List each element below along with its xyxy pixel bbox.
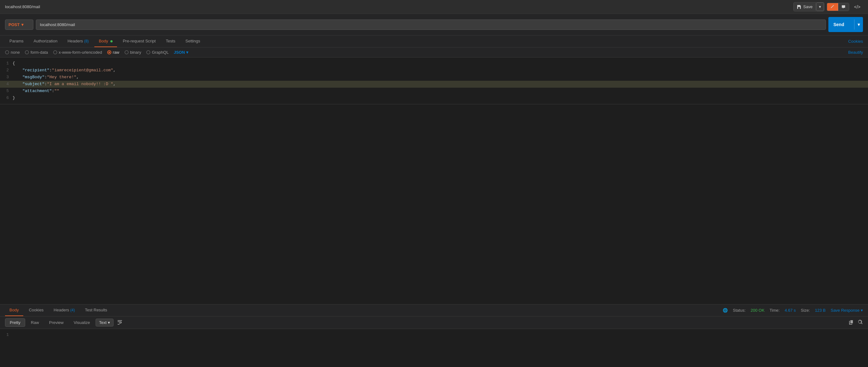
tab-headers[interactable]: Headers (8)	[63, 35, 93, 47]
copy-icon[interactable]	[849, 320, 854, 326]
response-area: Body Cookies Headers (4) Test Results 🌐	[0, 304, 868, 367]
radio-raw	[107, 50, 111, 54]
response-view-actions	[849, 320, 863, 326]
code-line-2: 2 "recipient":"iamreceipient@gmail.com",	[0, 67, 868, 74]
body-active-dot	[111, 40, 113, 42]
editor-section: 1 { 2 "recipient":"iamreceipient@gmail.c…	[0, 58, 868, 367]
tab-authorization[interactable]: Authorization	[29, 35, 62, 47]
save-response-dropdown-icon: ▾	[861, 308, 863, 313]
save-icon	[797, 5, 801, 9]
response-tab-body[interactable]: Body	[5, 304, 23, 316]
view-tab-raw[interactable]: Raw	[26, 319, 43, 327]
request-body-editor[interactable]: 1 { 2 "recipient":"iamreceipient@gmail.c…	[0, 58, 868, 104]
url-input[interactable]	[36, 20, 826, 30]
code-line-6: 6 }	[0, 95, 868, 101]
window-title: localhost:8080/mail	[5, 4, 40, 9]
radio-binary	[125, 50, 129, 54]
response-status: 🌐 Status: 200 OK Time: 4.67 s Size: 123 …	[723, 308, 863, 313]
radio-none	[5, 50, 9, 54]
response-view-bar: Pretty Raw Preview Visualize Text ▾	[0, 316, 868, 329]
response-tab-cookies[interactable]: Cookies	[25, 304, 48, 316]
response-line-1: 1	[0, 332, 868, 338]
title-bar-actions: Save ▾ </>	[794, 2, 863, 11]
code-line-1: 1 {	[0, 60, 868, 67]
request-bar: POST ▾ Send ▾	[0, 14, 868, 35]
tab-body[interactable]: Body	[94, 35, 117, 47]
request-tabs: Params Authorization Headers (8) Body Pr…	[5, 35, 205, 47]
json-selector[interactable]: JSON ▾	[174, 50, 188, 55]
code-view-button[interactable]: </>	[851, 3, 863, 11]
comment-icon	[841, 5, 846, 9]
send-button[interactable]: Send ▾	[828, 17, 863, 32]
method-dropdown-icon: ▾	[21, 22, 24, 27]
code-line-5: 5 "attachment":""	[0, 88, 868, 95]
option-none[interactable]: none	[5, 50, 20, 55]
pencil-icon	[830, 5, 835, 9]
text-format-selector[interactable]: Text ▾	[96, 319, 114, 327]
option-raw[interactable]: raw	[107, 50, 120, 55]
status-label: Status:	[733, 308, 745, 313]
response-tabs-bar: Body Cookies Headers (4) Test Results 🌐	[0, 304, 868, 316]
comment-icon-button[interactable]	[838, 3, 849, 11]
time-label: Time:	[770, 308, 780, 313]
body-type-bar: none form-data x-www-form-urlencoded raw…	[0, 47, 868, 58]
main-content: POST ▾ Send ▾ Params Authorization Heade…	[0, 14, 868, 367]
radio-urlencoded	[53, 50, 57, 54]
save-response-button[interactable]: Save Response ▾	[831, 308, 863, 313]
beautify-button[interactable]: Beautify	[848, 50, 863, 55]
search-icon[interactable]	[858, 320, 863, 326]
word-wrap-icon[interactable]	[117, 320, 122, 326]
size-value: 123 B	[815, 308, 826, 313]
tab-pre-request-script[interactable]: Pre-request Script	[118, 35, 160, 47]
globe-icon: 🌐	[723, 308, 728, 313]
json-dropdown-icon: ▾	[186, 50, 188, 55]
response-view-tabs: Pretty Raw Preview Visualize Text ▾	[5, 318, 122, 327]
view-tab-visualize[interactable]: Visualize	[69, 319, 94, 327]
option-urlencoded[interactable]: x-www-form-urlencoded	[53, 50, 102, 55]
tab-tests[interactable]: Tests	[161, 35, 180, 47]
response-tab-test-results[interactable]: Test Results	[81, 304, 112, 316]
tab-settings[interactable]: Settings	[181, 35, 205, 47]
code-editor[interactable]: 1 { 2 "recipient":"iamreceipient@gmail.c…	[0, 58, 868, 304]
send-dropdown-icon[interactable]: ▾	[854, 20, 863, 30]
text-dropdown-icon: ▾	[108, 320, 110, 325]
edit-icon-button[interactable]	[827, 3, 838, 11]
view-tab-pretty[interactable]: Pretty	[5, 318, 25, 327]
response-body: 1	[0, 329, 868, 341]
option-form-data[interactable]: form-data	[25, 50, 48, 55]
status-value: 200 OK	[751, 308, 765, 313]
radio-form-data	[25, 50, 29, 54]
time-value: 4.67 s	[785, 308, 796, 313]
code-line-3: 3 "msgBody":"Hey there!",	[0, 74, 868, 81]
save-dropdown-button[interactable]: ▾	[816, 2, 824, 11]
tabs-bar: Params Authorization Headers (8) Body Pr…	[0, 35, 868, 47]
option-graphql[interactable]: GraphQL	[146, 50, 168, 55]
size-label: Size:	[801, 308, 810, 313]
body-type-options: none form-data x-www-form-urlencoded raw…	[5, 50, 188, 55]
option-binary[interactable]: binary	[125, 50, 141, 55]
radio-graphql	[146, 50, 150, 54]
title-bar: localhost:8080/mail Save ▾ </>	[0, 0, 868, 14]
response-tab-headers[interactable]: Headers (4)	[50, 304, 79, 316]
response-tabs: Body Cookies Headers (4) Test Results	[5, 304, 112, 316]
method-select[interactable]: POST ▾	[5, 20, 33, 30]
save-button[interactable]: Save	[794, 3, 816, 11]
send-label: Send	[828, 20, 854, 30]
view-tab-preview[interactable]: Preview	[45, 319, 68, 327]
method-label: POST	[8, 22, 20, 27]
code-line-4: 4 "subject":"I am a email nobody!! :D ",	[0, 81, 868, 88]
cookies-link[interactable]: Cookies	[848, 39, 863, 44]
tab-params[interactable]: Params	[5, 35, 28, 47]
